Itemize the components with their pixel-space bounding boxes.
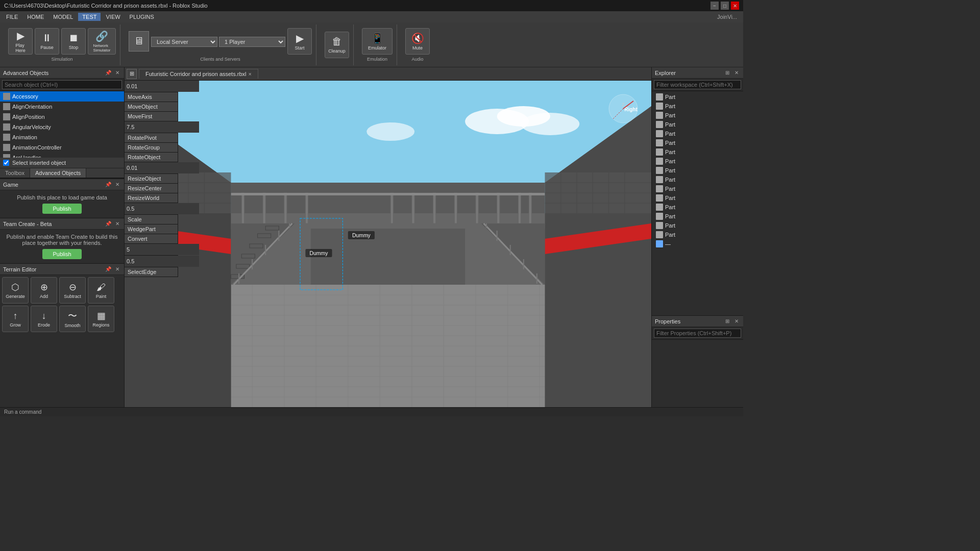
convert-val-input[interactable] [125,244,199,255]
move-axis-button[interactable]: MoveAxis [125,92,178,102]
explorer-header: Explorer ⊞ ✕ [652,67,743,79]
properties-filter-input[interactable] [654,329,741,338]
network-simulator-button[interactable]: 🔗 NetworkSimulator [88,28,116,55]
move-object-button[interactable]: MoveObject [125,102,178,112]
list-item[interactable]: AngularVelocity [0,122,124,132]
explorer-item[interactable]: Part [652,129,743,138]
rotate-input[interactable] [125,121,199,133]
emulator-button[interactable]: 📱 Emulator [362,28,393,55]
menu-file[interactable]: FILE [2,13,22,21]
terrain-generate-button[interactable]: ⬡ Generate [2,277,29,304]
menu-test[interactable]: TEST [78,13,101,21]
explorer-item[interactable]: Part [652,166,743,175]
close-button[interactable]: ✕ [731,2,739,10]
item-icon [3,134,10,141]
svg-rect-48 [497,193,500,223]
mute-button[interactable]: 🔇 Mute [405,28,430,55]
list-item[interactable]: ArcHandles [0,153,124,158]
explorer-item[interactable]: Part [652,203,743,212]
tab-toolbox[interactable]: Toolbox [0,168,30,178]
viewport-tab[interactable]: Futuristic Corridor and prison assets.rb… [139,69,258,79]
explorer-item[interactable]: Part [652,230,743,239]
grow-icon: ↑ [13,311,18,321]
move-first-button[interactable]: MoveFirst [125,112,178,121]
list-item[interactable]: Animation [0,132,124,142]
explorer-close-icon[interactable]: ✕ [733,69,740,77]
pin-icon[interactable]: 📌 [105,69,112,77]
wedge-part-button[interactable]: WedgePart [125,224,178,234]
cleanup-button[interactable]: 🗑 Cleanup [325,32,349,58]
stop-button[interactable]: ⏹ Stop [61,28,86,55]
explorer-item[interactable]: Part [652,147,743,157]
edge-val-input[interactable] [125,256,199,267]
explorer-item[interactable]: Part [652,111,743,120]
resize-object-button[interactable]: ResizeObject [125,174,178,184]
rotate-object-button[interactable]: RotateObject [125,153,178,162]
menu-plugins[interactable]: PLUGINS [126,13,158,21]
team-create-publish-button[interactable]: Publish [42,249,81,259]
explorer-item[interactable]: Part [652,221,743,230]
explorer-filter-input[interactable] [654,80,741,89]
explorer-item[interactable]: Part [652,157,743,166]
resize-input[interactable] [125,162,199,173]
terrain-erode-button[interactable]: ↓ Erode [31,306,57,332]
server-type-select[interactable]: Local Server [151,37,217,47]
terrain-regions-button[interactable]: ▦ Regions [88,306,114,332]
explorer-item[interactable]: Part [652,193,743,203]
explorer-item[interactable]: Part [652,175,743,184]
resize-world-button[interactable]: ResizeWorld [125,193,178,203]
scale-input[interactable] [125,203,199,214]
tc-pin-icon[interactable]: 📌 [105,220,112,228]
player-count-select[interactable]: 1 Player [219,37,285,47]
explorer-item[interactable]: Part [652,102,743,111]
menu-model[interactable]: MODEL [49,13,77,21]
explorer-item[interactable]: — [652,239,743,248]
terrain-add-button[interactable]: ⊕ Add [31,277,57,304]
search-input[interactable] [2,80,122,89]
terrain-smooth-button[interactable]: 〜 Smooth [59,306,86,332]
game-pin-icon[interactable]: 📌 [105,181,112,188]
rotate-pivot-button[interactable]: RotatePivot [125,133,178,143]
viewport-expand-icon[interactable]: ⊞ [127,69,137,79]
rotate-group-button[interactable]: RotateGroup [125,143,178,153]
resize-center-button[interactable]: ResizeCenter [125,184,178,193]
explorer-item[interactable]: Part [652,212,743,221]
viewport-canvas[interactable]: Dummy Dummy MoveAxis MoveObject MoveFirs… [125,81,651,407]
explorer-item[interactable]: Part [652,138,743,147]
terrain-pin-icon[interactable]: 📌 [105,266,112,273]
move-axis-input[interactable] [125,81,199,92]
list-item[interactable]: AlignPosition [0,112,124,122]
list-item[interactable]: AnimationController [0,142,124,153]
close-panel-icon[interactable]: ✕ [114,69,121,77]
pause-button[interactable]: ⏸ Pause [35,28,59,55]
svg-rect-56 [241,254,255,258]
explorer-item[interactable]: Part [652,92,743,102]
terrain-close-icon[interactable]: ✕ [114,266,121,273]
start-button[interactable]: ▶ Start [287,28,312,55]
select-edge-button[interactable]: SelectEdge [125,267,178,277]
tab-advanced-objects[interactable]: Advanced Objects [30,168,86,178]
menu-view[interactable]: VIEW [102,13,124,21]
terrain-subtract-button[interactable]: ⊖ Subtract [59,277,86,304]
properties-pin-icon[interactable]: ⊞ [724,318,731,325]
viewport-tab-close[interactable]: × [248,71,251,77]
tc-close-icon[interactable]: ✕ [114,220,121,228]
play-button[interactable]: ▶ PlayHere [8,28,33,55]
game-publish-button[interactable]: Publish [42,204,81,214]
explorer-item[interactable]: Part [652,120,743,129]
terrain-paint-button[interactable]: 🖌 Paint [88,277,114,304]
menu-home[interactable]: HOME [23,13,48,21]
list-item[interactable]: AlignOrientation [0,102,124,112]
mute-icon: 🔇 [411,32,424,44]
minimize-button[interactable]: − [710,2,719,10]
explorer-item[interactable]: Part [652,184,743,193]
convert-button[interactable]: Convert [125,234,178,244]
scale-button[interactable]: Scale [125,215,178,224]
maximize-button[interactable]: □ [721,2,729,10]
terrain-grow-button[interactable]: ↑ Grow [2,306,29,332]
properties-close-icon[interactable]: ✕ [733,318,740,325]
game-close-icon[interactable]: ✕ [114,181,121,188]
list-item[interactable]: Accessory [0,91,124,102]
explorer-pin-icon[interactable]: ⊞ [724,69,731,77]
select-inserted-checkbox[interactable] [3,160,9,166]
